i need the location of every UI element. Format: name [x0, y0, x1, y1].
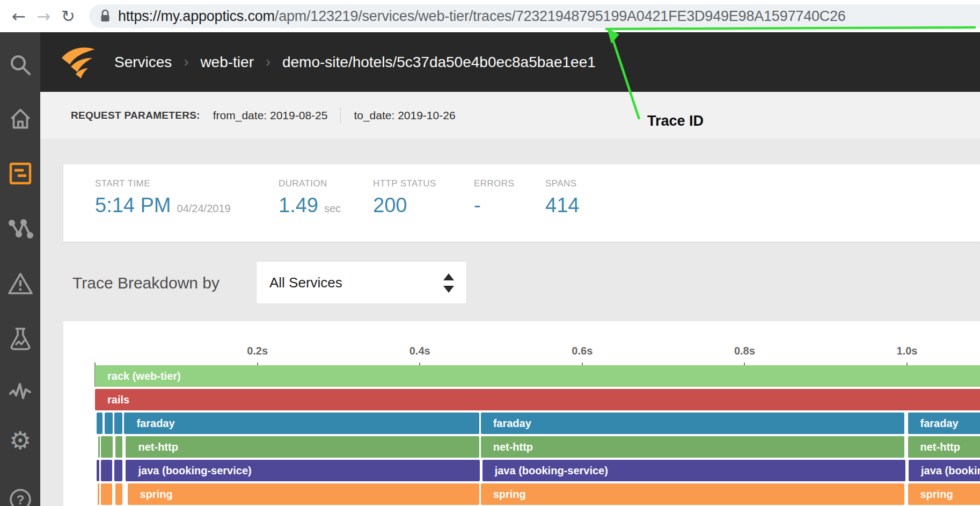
stat-errors: ERRORS- — [442, 164, 514, 242]
trace-span-label: java (booking-service) — [126, 460, 480, 481]
axis-tick-label: 0.4s — [409, 345, 430, 357]
trace-span-label: spring — [481, 483, 905, 505]
trace-chart: 0.2s0.4s0.6s0.8s1.0srack (web-tier)rails… — [63, 321, 980, 506]
experiments-flask-icon[interactable] — [0, 324, 40, 352]
breadcrumb-transaction[interactable]: demo-site/hotels/5c37da50e4b0ec8a5bae1ee… — [282, 54, 596, 71]
stat-spans: SPANS414 — [514, 164, 579, 242]
from-date-value: from_date: 2019-08-25 — [213, 109, 328, 122]
trace-span-label: java (booking-service) — [482, 460, 905, 481]
trace-span-faraday[interactable] — [97, 413, 103, 434]
request-parameters-label: REQUEST PARAMETERS: — [71, 110, 200, 121]
trace-span-spring[interactable] — [101, 483, 112, 505]
axis-tick-label: 0.8s — [734, 345, 755, 357]
stat-duration: DURATION1.49sec — [247, 164, 341, 242]
main-content: START TIME5:14 PM04/24/2019DURATION1.49s… — [40, 139, 980, 506]
trace-span-spring[interactable]: spring — [128, 483, 479, 505]
trace-span-net-http[interactable] — [115, 436, 123, 458]
trace-span-net-http[interactable]: net-http — [481, 436, 905, 458]
service-filter-dropdown[interactable]: All Services — [256, 261, 467, 304]
stat-sub-value: sec — [324, 203, 341, 215]
trace-span-java[interactable]: java (booking-service) — [482, 460, 905, 481]
trace-span-java[interactable]: java (booking-service) — [126, 460, 480, 481]
url-path: /apm/123219/services/web-tier/traces/723… — [275, 8, 846, 24]
trace-span-net-http[interactable]: net-http — [126, 436, 479, 458]
browser-reload-icon[interactable]: ↻ — [56, 6, 81, 26]
alerts-icon[interactable] — [0, 270, 40, 298]
stat-start-time: START TIME5:14 PM04/24/2019 — [63, 164, 247, 242]
sort-arrows-icon — [443, 272, 455, 294]
request-parameters-bar: REQUEST PARAMETERS: from_date: 2019-08-2… — [40, 92, 980, 139]
chevron-right-icon: › — [184, 54, 188, 70]
trace-span-label: faraday — [908, 413, 980, 434]
trace-span-label: net-http — [126, 436, 479, 458]
services-traces-icon[interactable] — [0, 160, 40, 187]
trace-span-spring[interactable]: spring — [908, 483, 980, 505]
trace-span-faraday[interactable] — [105, 413, 113, 434]
trace-span-faraday[interactable]: faraday — [908, 413, 980, 434]
stat-http-status: HTTP STATUS200 — [341, 164, 442, 242]
trace-summary-card: START TIME5:14 PM04/24/2019DURATION1.49s… — [63, 164, 980, 242]
trace-span-rack[interactable]: rack (web-tier) — [95, 365, 980, 387]
trace-span-spring[interactable] — [115, 483, 123, 505]
browser-forward-icon[interactable]: → — [31, 6, 56, 26]
stat-label: SPANS — [545, 178, 579, 189]
trace-span-net-http[interactable] — [98, 436, 100, 458]
trace-span-faraday[interactable]: faraday — [481, 413, 905, 434]
browser-back-icon[interactable]: ← — [6, 6, 31, 26]
browser-chrome: ← → ↻ https://my.appoptics.com/apm/12321… — [0, 0, 980, 32]
svg-text:?: ? — [16, 493, 24, 506]
trace-breakdown-title: Trace Breakdown by — [72, 274, 220, 292]
stat-sub-value: 04/24/2019 — [177, 203, 231, 215]
axis-tick-label: 1.0s — [897, 345, 918, 357]
trace-span-label: spring — [908, 483, 980, 505]
url-domain: https://my.appoptics.com — [118, 8, 275, 24]
trace-span-spring[interactable] — [98, 483, 99, 505]
chevron-right-icon: › — [266, 54, 270, 70]
divider — [340, 107, 341, 124]
trace-span-label: rails — [95, 389, 980, 410]
trace-id-annotation-label: Trace ID — [647, 113, 704, 129]
trace-span-faraday[interactable] — [114, 413, 122, 434]
trace-span-java[interactable] — [101, 460, 112, 481]
axis-tick-label: 0.6s — [572, 345, 593, 357]
trace-span-label: spring — [128, 483, 479, 505]
trace-span-faraday[interactable]: faraday — [124, 413, 479, 434]
trace-span-net-http[interactable] — [101, 436, 113, 458]
trace-span-java[interactable] — [114, 460, 122, 481]
address-bar[interactable]: https://my.appoptics.com/apm/123219/serv… — [89, 4, 980, 28]
breadcrumb: Services › web-tier › demo-site/hotels/5… — [114, 54, 596, 71]
stat-label: ERRORS — [474, 178, 514, 189]
axis-tick-label: 0.2s — [247, 345, 268, 357]
breadcrumb-web-tier[interactable]: web-tier — [200, 54, 254, 71]
trace-span-label: faraday — [124, 413, 479, 434]
home-icon[interactable] — [0, 104, 40, 132]
trace-span-java[interactable]: java (booking-service) — [909, 460, 980, 481]
sidebar-nav: ⚙ ? — [0, 32, 40, 506]
stat-value: 1.49 — [279, 194, 318, 217]
stat-label: HTTP STATUS — [373, 178, 442, 189]
solarwinds-logo-icon[interactable] — [60, 45, 97, 79]
trace-span-spring[interactable]: spring — [481, 483, 905, 505]
stat-value: 200 — [373, 194, 407, 217]
stat-label: DURATION — [279, 178, 341, 189]
trace-span-label: rack (web-tier) — [95, 365, 980, 387]
settings-gear-icon[interactable]: ⚙ — [0, 427, 40, 454]
trace-span-java[interactable] — [97, 460, 99, 481]
breadcrumb-services[interactable]: Services — [114, 54, 172, 71]
trace-span-label: net-http — [908, 436, 980, 458]
activity-pulse-icon[interactable] — [0, 377, 40, 404]
trace-span-label: java (booking-service) — [909, 460, 980, 481]
trace-span-rails[interactable]: rails — [95, 389, 980, 410]
app-header: Services › web-tier › demo-site/hotels/5… — [40, 32, 980, 92]
topology-icon[interactable] — [0, 216, 40, 244]
lock-icon — [100, 9, 111, 23]
help-icon[interactable]: ? — [0, 485, 40, 506]
stat-value: - — [474, 194, 481, 217]
stat-label: START TIME — [95, 178, 247, 189]
trace-span-net-http[interactable]: net-http — [908, 436, 980, 458]
trace-span-label: faraday — [481, 413, 905, 434]
dropdown-selected-value: All Services — [269, 274, 342, 291]
search-icon[interactable] — [0, 52, 40, 79]
to-date-value: to_date: 2019-10-26 — [354, 109, 455, 122]
stat-value: 414 — [545, 194, 579, 217]
